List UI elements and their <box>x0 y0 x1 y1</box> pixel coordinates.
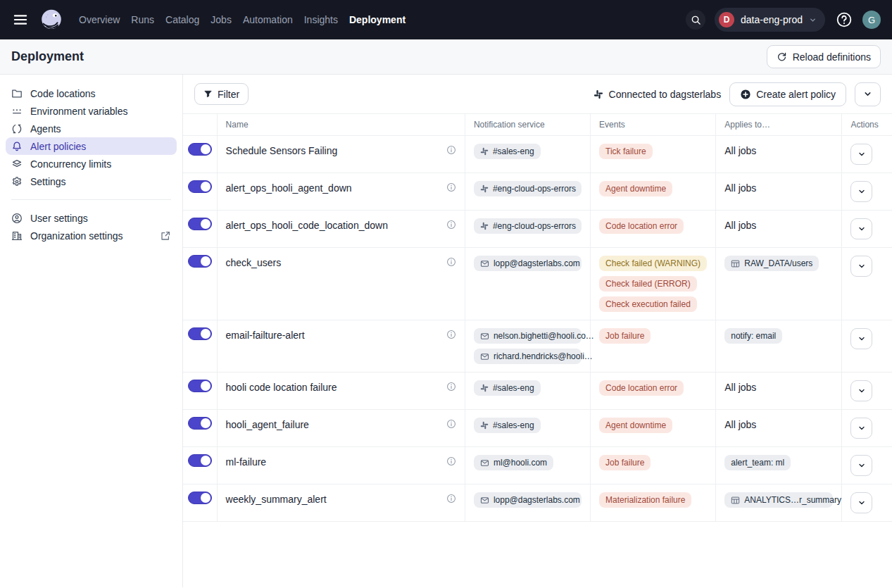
mail-icon <box>480 259 489 268</box>
notification-chip: #sales-eng <box>474 418 541 433</box>
policy-name: alert_ops_hooli_agent_down <box>226 181 352 194</box>
more-actions-button[interactable] <box>855 82 881 106</box>
info-icon[interactable] <box>446 328 456 339</box>
event-tag: Job failure <box>599 328 651 344</box>
row-actions-button[interactable] <box>850 418 872 439</box>
sidebar-item-organization-settings[interactable]: Organization settings <box>6 227 177 244</box>
nav-item-automation[interactable]: Automation <box>243 11 293 28</box>
column-header-toggle <box>183 114 217 136</box>
policy-enabled-toggle[interactable] <box>188 454 212 467</box>
event-tag: Code location error <box>599 218 684 234</box>
chip-label: alert_team: ml <box>731 457 784 468</box>
notification-chip: nelson.bighetti@hooli.co… <box>474 328 582 344</box>
info-icon[interactable] <box>446 218 456 230</box>
policy-enabled-toggle[interactable] <box>188 327 212 340</box>
info-icon[interactable] <box>446 380 456 392</box>
chip-label: ml@hooli.com <box>494 457 547 468</box>
notification-chip: RAW_DATA/users <box>724 256 819 271</box>
notification-chip: ml@hooli.com <box>474 455 553 470</box>
applies-to-value: All jobs <box>724 144 833 156</box>
row-actions-button[interactable] <box>850 380 872 401</box>
help-icon[interactable] <box>834 11 853 30</box>
policy-enabled-toggle[interactable] <box>188 218 212 230</box>
row-actions-button[interactable] <box>850 455 872 476</box>
nav-items: OverviewRunsCatalogJobsAutomationInsight… <box>79 11 406 28</box>
user-avatar[interactable]: G <box>862 11 881 29</box>
row-actions-button[interactable] <box>850 328 872 349</box>
chip-label: RAW_DATA/users <box>744 258 812 269</box>
row-actions-button[interactable] <box>850 181 872 202</box>
notification-chip: #eng-cloud-ops-errors <box>474 181 582 196</box>
chip-label: Tick failure <box>605 146 646 157</box>
grid-icon <box>731 496 740 505</box>
policy-enabled-toggle[interactable] <box>188 180 212 193</box>
sidebar-item-code-locations[interactable]: Code locations <box>6 85 177 102</box>
table-row: hooli_agent_failure #sales-eng Agent dow… <box>183 410 892 447</box>
nav-item-overview[interactable]: Overview <box>79 11 120 28</box>
sidebar-item-settings[interactable]: Settings <box>6 173 177 190</box>
sidebar-item-environment-variables[interactable]: Environment variables <box>6 102 177 120</box>
sidebar-item-label: Code locations <box>30 88 96 99</box>
row-actions-button[interactable] <box>850 256 872 277</box>
nav-item-runs[interactable]: Runs <box>131 11 154 28</box>
sidebar-item-label: Environment variables <box>30 106 128 117</box>
chip-label: Check failed (ERROR) <box>605 278 691 289</box>
create-alert-policy-label: Create alert policy <box>756 89 836 100</box>
policy-enabled-toggle[interactable] <box>188 255 212 268</box>
search-icon[interactable] <box>686 10 705 30</box>
sidebar-item-user-settings[interactable]: User settings <box>6 209 177 227</box>
chip-label: #eng-cloud-ops-errors <box>493 183 576 194</box>
policy-enabled-toggle[interactable] <box>188 417 212 430</box>
policy-enabled-toggle[interactable] <box>188 143 212 156</box>
chip-label: nelson.bighetti@hooli.co… <box>494 330 594 342</box>
layers-icon <box>11 158 23 170</box>
filter-button[interactable]: Filter <box>194 83 249 105</box>
hamburger-icon[interactable] <box>11 11 30 29</box>
chip-label: notify: email <box>731 330 776 342</box>
row-actions-button[interactable] <box>850 492 872 513</box>
policy-enabled-toggle[interactable] <box>188 492 212 504</box>
chip-label: Agent downtime <box>605 183 666 194</box>
event-tag: Agent downtime <box>599 418 672 433</box>
nav-item-catalog[interactable]: Catalog <box>165 11 199 28</box>
table-row: ml-failure ml@hooli.com Job failure aler… <box>183 447 892 484</box>
page-title: Deployment <box>11 49 84 64</box>
applies-to-value: All jobs <box>724 218 833 231</box>
create-alert-policy-button[interactable]: Create alert policy <box>729 82 846 106</box>
info-icon[interactable] <box>446 256 456 267</box>
deployment-switcher[interactable]: D data-eng-prod <box>715 8 825 32</box>
chip-label: #eng-cloud-ops-errors <box>493 220 576 232</box>
column-header-name: Name <box>217 114 465 136</box>
info-icon[interactable] <box>446 144 456 155</box>
info-icon[interactable] <box>446 492 456 503</box>
info-icon[interactable] <box>446 455 456 466</box>
info-icon[interactable] <box>446 181 456 192</box>
policy-name: hooli code location failure <box>226 380 337 393</box>
applies-to-value: All jobs <box>724 418 833 430</box>
table-row: check_users lopp@dagsterlabs.com Check f… <box>183 248 892 320</box>
info-icon[interactable] <box>446 418 456 429</box>
env-vars-icon <box>11 106 23 117</box>
column-header-events: Events <box>591 114 716 136</box>
policy-enabled-toggle[interactable] <box>188 380 212 392</box>
table-row: alert_ops_hooli_code_location_down #eng-… <box>183 211 892 248</box>
settings-sidebar: Code locationsEnvironment variablesAgent… <box>0 75 183 587</box>
reload-definitions-button[interactable]: Reload definitions <box>767 45 881 68</box>
sidebar-item-agents[interactable]: Agents <box>6 120 177 137</box>
sidebar-item-alert-policies[interactable]: Alert policies <box>6 137 177 155</box>
policy-name: weekly_summary_alert <box>226 492 327 505</box>
notification-chip: notify: email <box>724 328 782 344</box>
notification-chip: ANALYTICS…r_summary <box>724 492 833 508</box>
row-actions-button[interactable] <box>850 218 872 239</box>
nav-item-jobs[interactable]: Jobs <box>211 11 232 28</box>
slack-icon <box>480 421 489 430</box>
row-actions-button[interactable] <box>850 144 872 165</box>
dagster-logo[interactable] <box>38 6 65 33</box>
slack-icon <box>593 89 603 99</box>
nav-item-deployment[interactable]: Deployment <box>349 11 406 28</box>
notification-chip: alert_team: ml <box>724 455 791 470</box>
event-tag: Job failure <box>599 455 651 470</box>
notification-chip: richard.hendricks@hooli… <box>474 349 582 364</box>
sidebar-item-concurrency-limits[interactable]: Concurrency limits <box>6 155 177 173</box>
nav-item-insights[interactable]: Insights <box>304 11 338 28</box>
